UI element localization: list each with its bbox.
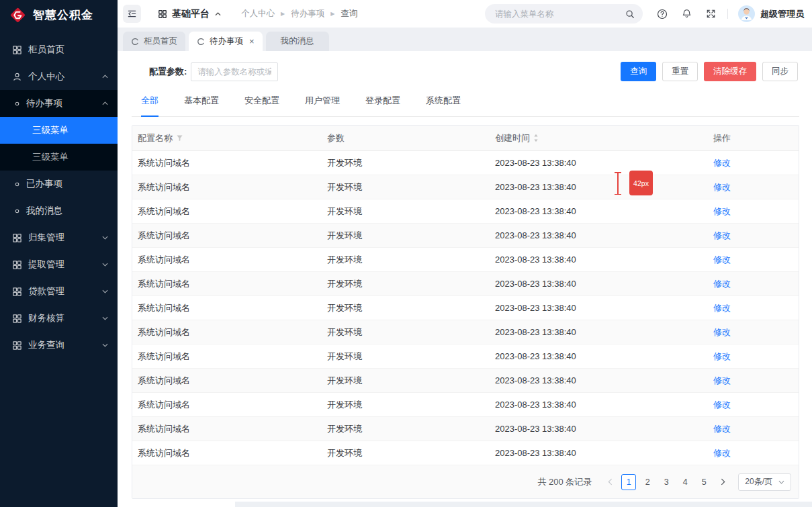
sidebar-item-label: 归集管理: [28, 232, 64, 244]
cell-created-time: 2023-08-23 13:38:40: [490, 206, 708, 216]
cell-param: 开发环境: [322, 302, 490, 314]
page-size-value: 20条/页: [745, 476, 772, 488]
cell-param: 开发环境: [322, 351, 490, 363]
cell-param: 开发环境: [322, 230, 490, 242]
sidebar-item-personal-center[interactable]: 个人中心: [0, 63, 118, 90]
grid-icon: [12, 45, 22, 55]
sort-icon[interactable]: [533, 134, 539, 142]
app-switcher[interactable]: 基础平台: [158, 8, 221, 20]
chevron-up-icon: [102, 75, 108, 79]
config-param-input[interactable]: [191, 62, 278, 81]
sidebar-item-collection-mgmt[interactable]: 归集管理: [0, 224, 118, 251]
prev-page-icon[interactable]: [602, 474, 618, 490]
chevron-down-icon: [102, 236, 108, 240]
edit-link[interactable]: 修改: [713, 326, 731, 338]
breadcrumb-item[interactable]: 待办事项: [291, 8, 324, 19]
filter-tab-login-config[interactable]: 登录配置: [365, 91, 400, 117]
page-size-select[interactable]: 20条/页: [738, 473, 791, 491]
notification-bell-icon[interactable]: [682, 9, 692, 19]
cell-param: 开发环境: [322, 447, 490, 459]
sidebar-item-finance-accounting[interactable]: 财务核算: [0, 305, 118, 332]
breadcrumb-separator-icon: ▶: [330, 11, 334, 17]
edit-link[interactable]: 修改: [713, 423, 731, 435]
edit-link[interactable]: 修改: [713, 254, 731, 266]
search-button[interactable]: 查询: [621, 62, 656, 81]
tab-label: 我的消息: [281, 36, 314, 47]
page-number-button[interactable]: 1: [621, 474, 636, 490]
user-menu[interactable]: 超级管理员: [738, 5, 804, 22]
sidebar-item-label: 三级菜单: [32, 124, 69, 136]
page-number-button[interactable]: 2: [640, 474, 655, 490]
edit-link[interactable]: 修改: [713, 205, 731, 218]
sidebar-item-withdraw-mgmt[interactable]: 提取管理: [0, 251, 118, 278]
edit-link[interactable]: 修改: [713, 447, 731, 459]
cell-created-time: 2023-08-23 13:38:40: [490, 327, 708, 337]
page-number-button[interactable]: 4: [678, 474, 692, 490]
cell-created-time: 2023-08-23 13:38:40: [490, 375, 708, 385]
search-icon[interactable]: [625, 9, 635, 19]
user-name: 超级管理员: [760, 8, 804, 20]
breadcrumb-item[interactable]: 个人中心: [241, 8, 275, 19]
edit-link[interactable]: 修改: [713, 230, 731, 242]
sidebar-collapse-button[interactable]: [123, 5, 141, 23]
cell-created-time: 2023-08-23 13:38:40: [490, 351, 708, 361]
sidebar-item-business-query[interactable]: 业务查询: [0, 332, 118, 359]
edit-link[interactable]: 修改: [713, 157, 731, 169]
refresh-icon[interactable]: [131, 38, 139, 46]
sidebar-item-loan-mgmt[interactable]: 贷款管理: [0, 278, 118, 305]
cell-created-time: 2023-08-23 13:38:40: [490, 158, 708, 168]
sidebar-item-level3-menu[interactable]: 三级菜单: [0, 144, 118, 171]
avatar: [738, 5, 755, 22]
circle-icon: [15, 209, 19, 214]
tab-teller-home[interactable]: 柜员首页: [123, 32, 185, 51]
topbar-divider: [727, 9, 728, 19]
grid-icon: [12, 314, 22, 324]
cell-created-time: 2023-08-23 13:38:40: [490, 424, 708, 434]
column-header-config-name[interactable]: 配置名称: [132, 132, 322, 144]
clear-cache-button[interactable]: 清除缓存: [704, 62, 756, 81]
menu-search-input[interactable]: [495, 9, 625, 19]
column-header-created-time[interactable]: 创建时间: [490, 132, 708, 144]
edit-link[interactable]: 修改: [713, 351, 731, 363]
fullscreen-icon[interactable]: [706, 9, 716, 19]
page-number-button[interactable]: 5: [696, 474, 711, 490]
refresh-icon[interactable]: [197, 38, 205, 46]
tab-todo-active[interactable]: 待办事项 ×: [189, 32, 263, 51]
pagination-total: 共 200 条记录: [537, 476, 592, 488]
edit-link[interactable]: 修改: [713, 399, 731, 411]
edit-link[interactable]: 修改: [713, 302, 731, 314]
sidebar-item-todo[interactable]: 待办事项: [0, 90, 118, 117]
cell-config-name: 系统访问域名: [132, 351, 322, 363]
chevron-up-icon: [102, 101, 108, 105]
sidebar-item-label: 贷款管理: [28, 285, 64, 297]
cell-config-name: 系统访问域名: [132, 326, 322, 338]
cell-config-name: 系统访问域名: [132, 157, 322, 169]
filter-tab-security-config[interactable]: 安全配置: [244, 91, 279, 117]
filter-tab-system-config[interactable]: 系统配置: [426, 91, 461, 117]
close-icon[interactable]: ×: [249, 37, 255, 46]
cell-config-name: 系统访问域名: [132, 181, 322, 193]
filter-funnel-icon[interactable]: [176, 134, 183, 142]
sidebar-item-label: 我的消息: [26, 205, 62, 217]
filter-tab-user-mgmt[interactable]: 用户管理: [305, 91, 340, 117]
edit-link[interactable]: 修改: [713, 375, 731, 387]
filter-tab-basic-config[interactable]: 基本配置: [184, 91, 219, 117]
chevron-down-icon: [102, 316, 108, 320]
sidebar-item-level3-menu-active[interactable]: 三级菜单: [0, 117, 118, 144]
sync-button[interactable]: 同步: [762, 62, 798, 81]
sidebar-item-teller-home[interactable]: 柜员首页: [0, 36, 118, 63]
reset-button[interactable]: 重置: [662, 62, 698, 81]
tab-my-messages[interactable]: 我的消息: [266, 32, 329, 51]
edit-link[interactable]: 修改: [713, 278, 731, 290]
sidebar-item-my-messages[interactable]: 我的消息: [0, 197, 118, 224]
help-icon[interactable]: [657, 9, 668, 19]
filter-tab-all[interactable]: 全部: [141, 91, 159, 117]
sidebar-item-done[interactable]: 已办事项: [0, 171, 118, 197]
edit-link[interactable]: 修改: [713, 181, 731, 193]
grid-icon: [12, 340, 22, 351]
next-page-icon[interactable]: [715, 474, 731, 490]
table-row: 系统访问域名开发环境2023-08-23 13:38:40修改: [132, 199, 799, 224]
cell-config-name: 系统访问域名: [132, 254, 322, 266]
column-header-param: 参数: [322, 132, 490, 144]
page-number-button[interactable]: 3: [659, 474, 674, 490]
